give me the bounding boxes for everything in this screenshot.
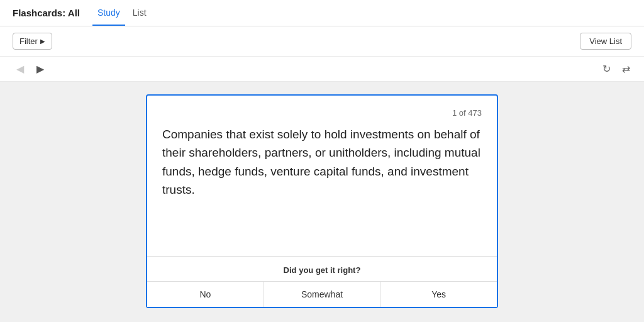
- card-text: Companies that exist solely to hold inve…: [162, 125, 482, 199]
- did-you-get-it-label: Did you get it right?: [160, 265, 484, 275]
- page-title: Flashcards: All: [13, 8, 80, 18]
- refresh-button[interactable]: ↻: [601, 62, 612, 76]
- nav-tabs: Study List: [92, 0, 152, 26]
- answer-buttons: No Somewhat Yes: [147, 281, 497, 307]
- prev-arrow-icon: ◀: [16, 63, 24, 75]
- answer-somewhat-button[interactable]: Somewhat: [264, 282, 381, 307]
- card-counter: 1 of 473: [162, 108, 482, 118]
- shuffle-icon: ⇄: [622, 64, 630, 74]
- answer-no-button[interactable]: No: [147, 282, 264, 307]
- page-wrapper: Flashcards: All Study List Filter ▶ View…: [0, 0, 644, 322]
- flashcard: 1 of 473 Companies that exist solely to …: [146, 94, 498, 308]
- tab-list[interactable]: List: [128, 0, 152, 26]
- nav-actions: ↻ ⇄: [601, 62, 631, 76]
- card-footer: Did you get it right?: [147, 256, 497, 281]
- prev-button[interactable]: ◀: [13, 62, 28, 76]
- card-body: 1 of 473 Companies that exist solely to …: [147, 96, 497, 256]
- toolbar: Filter ▶ View List: [0, 26, 644, 57]
- filter-chevron-icon: ▶: [40, 38, 45, 45]
- view-list-button[interactable]: View List: [580, 33, 631, 50]
- refresh-icon: ↻: [602, 64, 611, 74]
- shuffle-button[interactable]: ⇄: [621, 62, 631, 76]
- nav-row: ◀ ▶ ↻ ⇄: [0, 57, 644, 82]
- header: Flashcards: All Study List: [0, 0, 644, 26]
- next-button[interactable]: ▶: [33, 62, 48, 76]
- filter-label: Filter: [19, 36, 38, 46]
- main-content: 1 of 473 Companies that exist solely to …: [0, 82, 644, 322]
- answer-yes-button[interactable]: Yes: [380, 282, 497, 307]
- tab-study[interactable]: Study: [92, 0, 125, 26]
- next-arrow-icon: ▶: [36, 63, 44, 75]
- filter-button[interactable]: Filter ▶: [13, 33, 52, 50]
- arrow-nav: ◀ ▶: [13, 62, 48, 76]
